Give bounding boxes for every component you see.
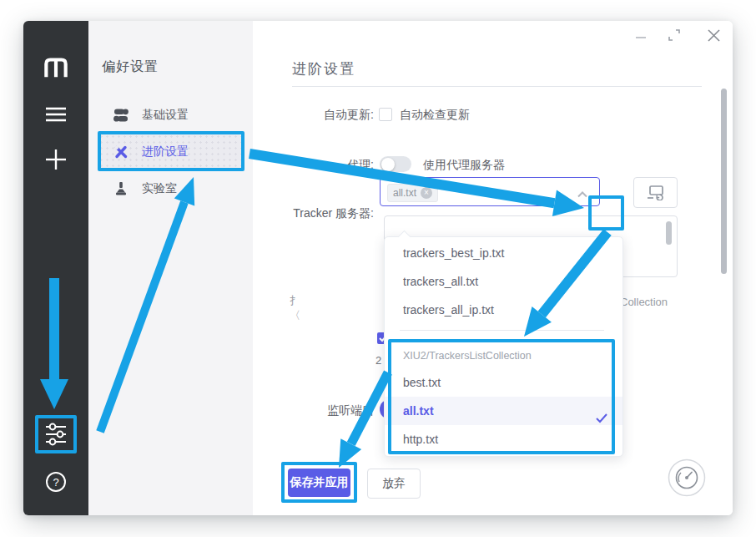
lab-stamp-icon bbox=[113, 181, 129, 196]
task-list-icon[interactable] bbox=[23, 104, 88, 124]
advanced-settings-panel: 进阶设置 自动更新: 自动检查更新 代理: 使用代理服务器 Tracker 服务… bbox=[253, 21, 733, 515]
help-text-fragment: Collection bbox=[620, 296, 668, 308]
tag-remove-icon[interactable]: × bbox=[421, 187, 432, 199]
dropdown-item[interactable]: http.txt bbox=[385, 425, 622, 453]
tracker-server-input[interactable]: all.txt × bbox=[380, 177, 600, 206]
app-sidebar: ? bbox=[23, 21, 88, 515]
dropdown-item[interactable]: trackers_all.txt bbox=[385, 267, 622, 296]
tracker-server-label: Tracker 服务器: bbox=[257, 206, 374, 221]
proxy-option-label: 使用代理服务器 bbox=[423, 158, 505, 173]
discard-button[interactable]: 放弃 bbox=[367, 469, 421, 499]
selected-item-label: all.txt bbox=[403, 404, 434, 418]
interval-fragment: 2 bbox=[375, 354, 381, 367]
minimize-button[interactable] bbox=[634, 31, 648, 44]
auto-update-checkbox[interactable] bbox=[379, 108, 392, 121]
auto-update-label: 自动更新: bbox=[257, 108, 374, 123]
textarea-scrollbar[interactable] bbox=[666, 221, 672, 245]
window-scrollbar[interactable] bbox=[721, 89, 727, 274]
save-and-apply-button[interactable]: 保存并应用 bbox=[288, 469, 350, 497]
proxy-toggle[interactable] bbox=[380, 156, 411, 172]
divider bbox=[292, 86, 702, 87]
preferences-title: 偏好设置 bbox=[102, 58, 159, 76]
preferences-sidebar: 偏好设置 基础设置 进阶设置 bbox=[88, 21, 253, 515]
listen-port-label: 监听端口 bbox=[257, 403, 374, 418]
add-task-icon[interactable] bbox=[23, 149, 88, 170]
dropdown-item[interactable]: trackers_all_ip.txt bbox=[385, 296, 622, 324]
speed-gauge-icon[interactable] bbox=[668, 458, 706, 497]
toggles-icon bbox=[113, 108, 129, 123]
dropdown-group-label: XIU2/TrackersListCollection bbox=[403, 350, 532, 362]
sidebar-item-advanced-settings[interactable]: 进阶设置 bbox=[98, 134, 242, 170]
help-icon[interactable]: ? bbox=[23, 470, 88, 494]
dropdown-item[interactable]: best.txt bbox=[385, 368, 622, 397]
motrix-preferences-window: ? 偏好设置 基础设置 进阶设置 bbox=[23, 21, 733, 515]
help-text-fragment: 扌 bbox=[290, 293, 300, 308]
chevron-up-icon[interactable] bbox=[577, 186, 587, 201]
tracker-tag-label: all.txt bbox=[393, 187, 416, 199]
maximize-button[interactable] bbox=[668, 28, 681, 42]
proxy-label: 代理: bbox=[257, 158, 374, 173]
auto-update-option-label: 自动检查更新 bbox=[400, 108, 470, 123]
tools-icon bbox=[113, 144, 129, 160]
sync-trackers-button[interactable] bbox=[633, 177, 678, 208]
sidebar-item-basic-settings[interactable]: 基础设置 bbox=[98, 97, 242, 133]
sidebar-item-label: 进阶设置 bbox=[142, 144, 189, 160]
motrix-logo-icon bbox=[23, 53, 88, 79]
dropdown-item-selected[interactable]: all.txt bbox=[385, 397, 622, 425]
close-icon[interactable] bbox=[707, 28, 720, 42]
tracker-tag: all.txt × bbox=[387, 184, 438, 202]
sidebar-item-lab[interactable]: 实验室 bbox=[98, 170, 242, 206]
sidebar-item-label: 实验室 bbox=[142, 181, 177, 196]
page-title: 进阶设置 bbox=[292, 59, 355, 79]
dropdown-divider bbox=[400, 330, 604, 331]
dropdown-item[interactable]: trackers_best_ip.txt bbox=[385, 239, 622, 267]
preferences-icon[interactable] bbox=[23, 421, 88, 448]
help-text-fragment: 〈 bbox=[290, 308, 300, 323]
svg-text:?: ? bbox=[53, 476, 58, 489]
sidebar-item-label: 基础设置 bbox=[142, 108, 189, 123]
tracker-source-dropdown: trackers_best_ip.txt trackers_all.txt tr… bbox=[384, 236, 623, 457]
